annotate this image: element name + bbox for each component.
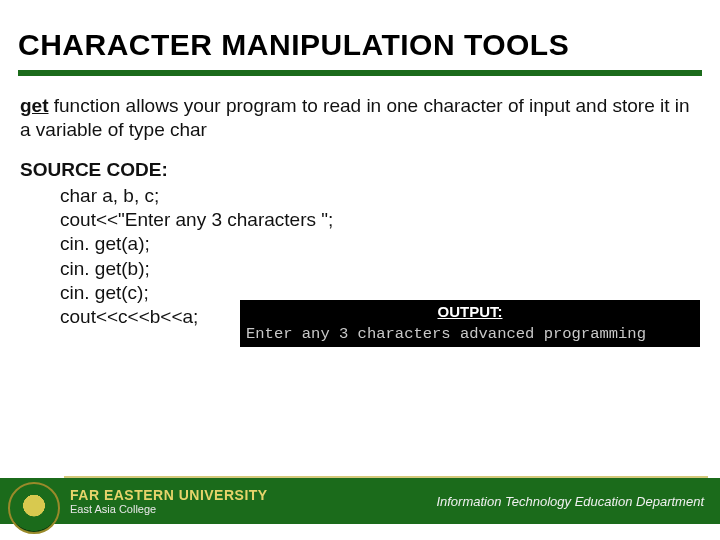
university-seal-icon xyxy=(8,482,60,534)
footer-bar: FAR EASTERN UNIVERSITY East Asia College… xyxy=(0,478,720,524)
output-panel: OUTPUT: Enter any 3 characters advanced … xyxy=(240,300,700,347)
code-line: char a, b, c; xyxy=(20,184,700,208)
code-line: cin. get(a); xyxy=(20,232,700,256)
code-line: cout<<"Enter any 3 characters "; xyxy=(20,208,700,232)
title-underline xyxy=(18,70,702,76)
department-name: Information Technology Education Departm… xyxy=(436,494,704,509)
description-text: get function allows your program to read… xyxy=(0,94,720,158)
code-line: cin. get(b); xyxy=(20,257,700,281)
description-rest: function allows your program to read in … xyxy=(20,95,690,140)
keyword-get: get xyxy=(20,95,49,116)
university-name: FAR EASTERN UNIVERSITY xyxy=(70,488,268,502)
output-label: OUTPUT: xyxy=(240,300,700,323)
slide-footer: FAR EASTERN UNIVERSITY East Asia College… xyxy=(0,476,720,540)
college-name: East Asia College xyxy=(70,504,268,515)
output-text: Enter any 3 characters advanced programm… xyxy=(240,323,700,347)
slide-title: CHARACTER MANIPULATION TOOLS xyxy=(0,0,720,70)
source-code-label: SOURCE CODE: xyxy=(20,158,700,182)
university-block: FAR EASTERN UNIVERSITY East Asia College xyxy=(70,488,268,515)
